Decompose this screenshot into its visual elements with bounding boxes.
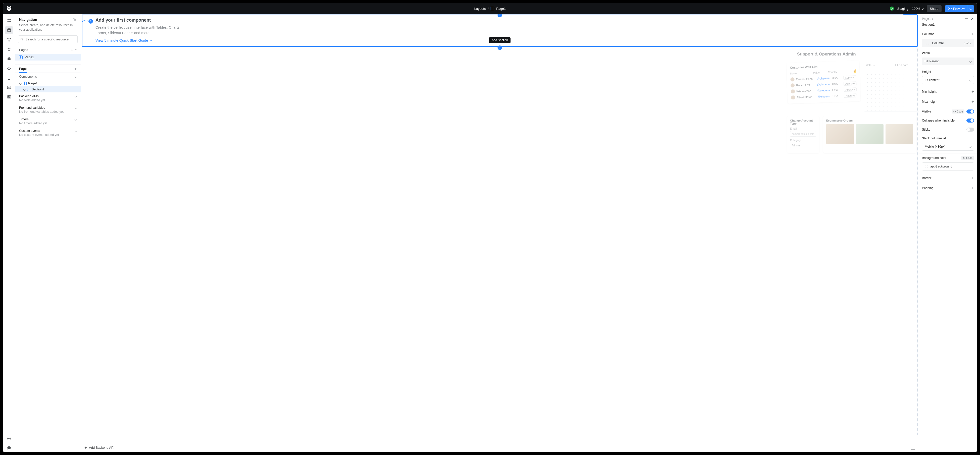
components-heading[interactable]: Components [15,73,81,80]
icon-rail [3,14,15,182]
chevron-down-icon [75,95,77,97]
chevron-down-icon [19,82,22,85]
onboard-description: Create the perfect user interface with T… [95,25,186,36]
onboarding-hint: 1 Add your first component Create the pe… [95,17,392,43]
rail-item-search[interactable] [5,93,13,101]
svg-point-10 [9,21,10,22]
events-empty: No custom events added yet [15,133,81,139]
page-icon [19,55,22,59]
chevron-down-icon[interactable] [75,48,77,50]
chevron-down-icon [75,118,77,120]
svg-point-15 [8,48,10,51]
nav-title: Navigation [19,17,37,22]
rail-item-code[interactable] [5,83,13,91]
pin-icon[interactable] [73,17,76,22]
top-bar: Layouts / Page1 Staging 100% Share Previ… [3,3,392,14]
page-item-page1[interactable]: Page1 [15,54,81,60]
logo-icon [6,6,12,11]
add-in-page-button[interactable]: + [75,67,76,71]
svg-rect-20 [7,86,11,89]
quick-start-link[interactable]: View 5 minute Quick Start Guide → [95,38,153,43]
svg-point-13 [10,38,11,39]
svg-point-3 [8,8,9,9]
svg-point-12 [8,38,8,39]
svg-point-22 [8,97,10,98]
timers-heading[interactable]: Timers [15,116,81,121]
backend-apis-heading[interactable]: Backend APIs [15,92,81,98]
svg-point-8 [9,19,10,20]
chevron-down-icon [75,75,77,78]
navigation-panel: Navigation Select, create, and delete re… [15,14,81,182]
rail-item-data[interactable] [5,17,13,25]
backend-apis-empty: No APIs added yet [15,98,81,104]
pages-heading: Pages [19,48,28,52]
events-heading[interactable]: Custom events [15,127,81,133]
search-icon [20,38,24,41]
rail-item-state[interactable] [5,55,13,63]
rail-item-device[interactable] [5,74,13,82]
step-badge: 1 [89,19,93,24]
svg-point-7 [8,19,8,20]
chevron-down-icon [75,106,77,109]
svg-point-4 [9,8,10,9]
svg-rect-11 [8,29,11,32]
chevron-right-icon [23,88,26,90]
frontend-vars-empty: No frontend variables added yet [15,109,81,116]
arrow-icon [82,19,89,22]
add-page-button[interactable]: + [71,48,73,52]
timers-empty: No timers added yet [15,121,81,127]
nav-description: Select, create, and delete resources in … [15,23,81,35]
rail-item-branches[interactable] [5,36,13,44]
tree-item-page1[interactable]: Page1 [15,80,81,86]
svg-point-5 [7,7,8,8]
resource-search[interactable] [18,35,78,43]
rail-item-diamond[interactable] [5,64,13,72]
svg-point-14 [8,41,9,41]
empty-canvas-area[interactable] [82,48,392,182]
svg-point-2 [7,7,11,11]
canvas: Section1 + + Add Section 1 Add your firs… [81,14,392,182]
section-icon [27,88,30,91]
page-icon [23,82,27,85]
svg-point-24 [21,38,22,40]
rail-item-debug[interactable] [5,45,13,53]
tree-item-section1[interactable]: Section1 [15,86,81,92]
svg-point-9 [8,21,8,22]
rail-item-pages[interactable] [5,26,13,34]
svg-point-6 [10,7,11,8]
frontend-vars-heading[interactable]: Frontend variables [15,104,81,109]
svg-point-16 [8,57,10,60]
page-tab[interactable]: Page + [15,65,81,73]
onboard-title: Add your first component [95,17,392,23]
chevron-down-icon [75,130,77,132]
svg-rect-21 [7,96,11,98]
search-input[interactable] [18,35,78,43]
